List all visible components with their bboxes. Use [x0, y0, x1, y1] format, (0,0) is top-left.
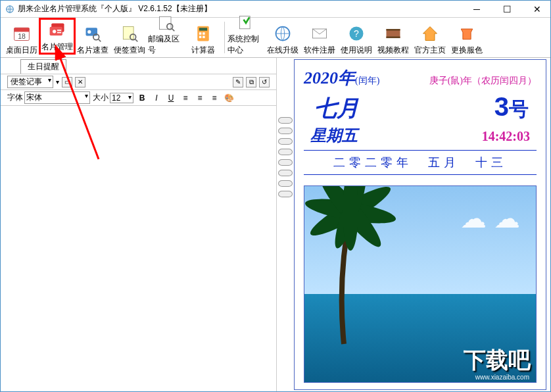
svg-rect-2: [14, 28, 30, 32]
svg-rect-8: [57, 32, 61, 34]
calendar-photo: ☁ ☁ 下载吧 www.xiazaiba.com: [304, 185, 537, 383]
toolbar-label: 官方主页: [414, 45, 446, 56]
svg-rect-22: [203, 32, 205, 35]
font-label: 字体: [7, 92, 23, 103]
toolbar-video[interactable]: 视频教程: [375, 19, 412, 56]
svg-line-15: [135, 39, 138, 42]
home-icon: [420, 24, 440, 43]
note-search-icon: [120, 24, 139, 43]
day-number: 3: [494, 92, 509, 121]
copy-icon[interactable]: ⧉: [246, 77, 256, 87]
help-icon: ?: [347, 24, 366, 43]
upgrade-icon: [273, 24, 293, 43]
toolbar-home[interactable]: 官方主页: [412, 19, 448, 56]
svg-rect-31: [387, 29, 400, 31]
toolbar-label: 名片管理: [41, 41, 73, 53]
calendar-icon: 18: [12, 24, 32, 43]
calendar-lunar: 二零二零年 五月 十三: [304, 155, 537, 170]
day-suffix: 号: [509, 98, 529, 120]
bold-button[interactable]: B: [136, 92, 148, 104]
left-panel: 生日提醒 便签记事 ▾ ▭ ✕ ✎ ⧉ ↺ 字体 宋体 大小 12: [1, 58, 277, 391]
watermark-text: 下载吧: [464, 345, 531, 376]
toolbar-card-search[interactable]: 名片速查: [74, 19, 111, 56]
svg-rect-32: [387, 36, 400, 38]
toolbar-label: 系统控制中心: [228, 34, 264, 56]
toolbar-postcode[interactable]: 邮编及区号: [148, 19, 185, 56]
toolbar-label: 软件注册: [304, 45, 335, 56]
calendar-month: 七月: [314, 93, 359, 124]
align-left-button[interactable]: ≡: [180, 92, 191, 104]
watermark-url: www.xiazaiba.com: [475, 374, 529, 381]
control-center-icon: [236, 14, 256, 32]
postcode-icon: [156, 14, 176, 32]
new-note-button[interactable]: ▭: [62, 77, 72, 87]
palm-tree-icon: [304, 185, 416, 357]
italic-button[interactable]: I: [151, 92, 162, 104]
toolbar-label: 桌面日历: [6, 45, 37, 56]
font-select[interactable]: 宋体: [24, 91, 90, 104]
size-select[interactable]: 12: [110, 93, 133, 103]
cloud-icon: ☁ ☁: [460, 203, 520, 233]
calendar-time: 14:42:03: [482, 129, 530, 144]
svg-line-12: [99, 39, 101, 42]
svg-rect-24: [203, 36, 205, 39]
svg-rect-16: [160, 16, 172, 29]
toolbar-label: 更换服色: [451, 45, 483, 56]
size-label: 大小: [93, 92, 108, 103]
refresh-icon[interactable]: ↺: [259, 77, 270, 87]
toolbar-card-manage[interactable]: 名片管理: [39, 18, 76, 55]
theme-icon: [457, 24, 477, 43]
window-title: 朋来企业名片管理系统『个人版』 V2.6.1.52【未注册】: [18, 3, 467, 14]
toolbar-upgrade[interactable]: 在线升级: [264, 19, 301, 56]
year-value: 2020年: [304, 68, 355, 87]
calendar-day: 3号: [494, 92, 529, 123]
delete-note-button[interactable]: ✕: [75, 77, 85, 87]
svg-rect-21: [199, 32, 202, 35]
maximize-button[interactable]: ☐: [498, 4, 516, 14]
video-icon: [383, 24, 403, 43]
calendar-weekday: 星期五: [310, 125, 358, 146]
color-button[interactable]: 🎨: [223, 92, 235, 104]
calculator-icon: [193, 24, 213, 43]
underline-button[interactable]: U: [165, 92, 177, 104]
main-toolbar: 18桌面日历名片管理名片速查便签查询邮编及区号计算器系统控制中心在线升级软件注册…: [1, 18, 550, 58]
toolbar-calendar[interactable]: 18桌面日历: [3, 19, 40, 56]
toolbar-label: 邮编及区号: [148, 34, 185, 56]
notes-combo[interactable]: 便签记事: [7, 76, 53, 88]
editor-area[interactable]: [1, 105, 276, 391]
register-icon: [310, 24, 329, 43]
toolbar-calculator[interactable]: 计算器: [185, 19, 222, 56]
svg-rect-13: [123, 27, 133, 39]
toolbar-note-search[interactable]: 便签查询: [111, 19, 148, 56]
calendar-page: 2020年(闰年) 庚子(鼠)年（农历闰四月） 七月 3号 星期五 14:42:…: [294, 59, 546, 390]
dropdown-icon[interactable]: ▾: [56, 78, 59, 86]
toolbar-label: 使用说明: [341, 45, 372, 56]
svg-rect-7: [57, 30, 61, 31]
minimize-button[interactable]: ─: [467, 4, 486, 14]
svg-rect-23: [199, 36, 202, 39]
svg-point-10: [87, 30, 91, 34]
calendar-ganzhi: 庚子(鼠)年（农历闰四月）: [429, 75, 537, 87]
svg-rect-20: [199, 28, 207, 30]
svg-point-6: [53, 30, 56, 33]
app-icon: [5, 4, 15, 14]
svg-rect-5: [50, 27, 62, 36]
tab-birthday[interactable]: 生日提醒: [20, 59, 66, 74]
toolbar-label: 计算器: [191, 45, 215, 56]
toolbar-help[interactable]: ?使用说明: [338, 19, 375, 56]
card-manage-icon: [47, 20, 67, 40]
align-center-button[interactable]: ≡: [194, 92, 206, 104]
card-search-icon: [83, 24, 103, 43]
toolbar-theme[interactable]: 更换服色: [448, 19, 485, 56]
year-note: (闰年): [355, 76, 379, 86]
notebook-binding: [277, 58, 294, 391]
toolbar-control-center[interactable]: 系统控制中心: [228, 19, 264, 56]
toolbar-label: 在线升级: [267, 45, 299, 56]
edit-icon[interactable]: ✎: [233, 77, 243, 87]
toolbar-label: 名片速查: [77, 45, 108, 56]
svg-line-18: [172, 29, 175, 32]
toolbar-register[interactable]: 软件注册: [301, 19, 338, 56]
close-button[interactable]: ✕: [528, 4, 546, 14]
notes-toolbar: 便签记事 ▾ ▭ ✕ ✎ ⧉ ↺: [1, 74, 276, 89]
align-right-button[interactable]: ≡: [208, 92, 220, 104]
